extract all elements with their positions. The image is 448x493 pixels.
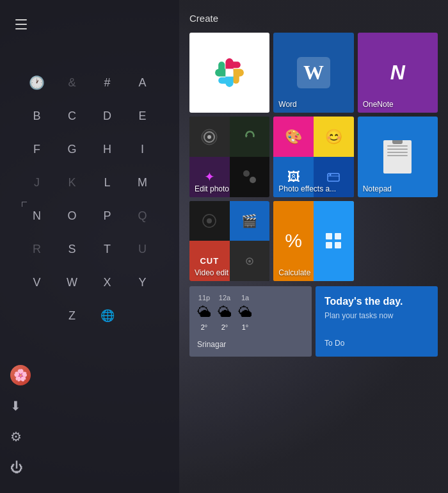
sidebar-item-C[interactable]: C [54, 99, 90, 133]
weather-temp-2: 2° [221, 323, 228, 331]
letter-X: X [103, 276, 111, 289]
sidebar-item-X[interactable]: X [90, 266, 125, 299]
sidebar-item-M[interactable]: M [125, 166, 160, 199]
sidebar-item-T[interactable]: T [90, 232, 125, 266]
ep-quadrant-4 [230, 157, 270, 197]
svg-point-18 [250, 177, 256, 183]
percent-symbol: % [285, 230, 302, 252]
calc-grid-icon [314, 201, 354, 281]
letter-G: G [67, 143, 76, 156]
notepad-line-3 [387, 152, 408, 153]
notepad-binding [392, 140, 403, 144]
power-button[interactable]: ⏻ [0, 452, 179, 483]
sidebar-item-Y[interactable]: Y [125, 266, 160, 299]
start-menu: 🕐 & # A B C D E [0, 0, 448, 493]
hash-label: # [104, 76, 110, 90]
weather-col-3: 1a 🌥 1° [238, 294, 252, 331]
sidebar-item-G[interactable]: G [54, 133, 90, 166]
weather-col-1: 11p 🌥 2° [197, 294, 211, 331]
sidebar-item-W[interactable]: W [54, 266, 90, 299]
pe-icon-2: 😊 [325, 129, 342, 145]
power-icon: ⏻ [10, 460, 23, 475]
bottom-tile-row: 11p 🌥 2° 12a 🌥 2° 1a 🌥 1° Sri [189, 286, 438, 357]
sidebar-item-I[interactable]: I [125, 133, 160, 166]
tile-todo[interactable]: Today's the day. Plan your tasks now To … [316, 286, 438, 357]
tile-weather[interactable]: 11p 🌥 2° 12a 🌥 2° 1a 🌥 1° Sri [189, 286, 312, 357]
bracket-tl [22, 202, 27, 207]
sidebar-item-V[interactable]: V [19, 266, 54, 299]
sidebar-item-N[interactable]: N [19, 199, 54, 232]
tile-editphoto[interactable]: ✦ Edit photo [189, 117, 269, 197]
downloads-button[interactable]: ⬇ [0, 391, 179, 421]
sidebar-item-A[interactable]: A [125, 66, 160, 99]
sidebar-item-L[interactable]: L [90, 166, 125, 199]
tile-onenote[interactable]: N OneNote [358, 33, 438, 113]
sidebar-item-Q[interactable]: Q [125, 199, 160, 232]
weather-col-2: 12a 🌥 2° [218, 294, 232, 331]
letter-C: C [68, 109, 76, 123]
letter-D: D [103, 109, 111, 123]
tile-videoedit[interactable]: 🎬 CUT Video edit [189, 201, 269, 281]
sidebar-top [0, 5, 179, 44]
ve-icon-3: CUT [200, 256, 219, 266]
sidebar-item-hash[interactable]: # [90, 66, 125, 99]
sidebar-item-H[interactable]: H [90, 133, 125, 166]
settings-button[interactable]: ⚙ [0, 421, 179, 452]
notepad-visual [383, 140, 412, 174]
tile-notepad[interactable]: Notepad [358, 117, 438, 197]
sidebar-bottom: 🌸 ⬇ ⚙ ⏻ [0, 355, 179, 488]
tile-photoeffects[interactable]: 🎨 😊 🖼 [273, 117, 353, 197]
letter-L: L [104, 176, 110, 190]
ve-icon-1 [202, 213, 217, 229]
sidebar-item-recent[interactable]: 🕐 [19, 66, 54, 99]
weather-icon-3: 🌥 [238, 304, 252, 321]
ep-quadrant-2 [230, 117, 270, 157]
ve-quadrant-2: 🎬 [230, 201, 270, 241]
sidebar-item-J[interactable]: J [19, 166, 54, 199]
pe-icon-3: 🖼 [287, 170, 300, 184]
tile-calculate[interactable]: % Calculate [273, 201, 353, 281]
sidebar-item-S[interactable]: S [54, 232, 90, 266]
sidebar-item-O[interactable]: O [54, 199, 90, 232]
todo-label: To Do [324, 339, 429, 348]
word-icon-bg: W [297, 57, 330, 88]
sidebar: 🕐 & # A B C D E [0, 0, 179, 493]
tile-slack[interactable] [189, 33, 269, 113]
ve-quadrant-4 [230, 241, 270, 281]
ep-icon-1 [200, 128, 218, 146]
sidebar-item-K[interactable]: K [54, 166, 90, 199]
sidebar-item-U[interactable]: U [125, 232, 160, 266]
weather-time-3: 1a [241, 294, 249, 302]
sidebar-item-D[interactable]: D [90, 99, 125, 133]
svg-point-17 [243, 170, 250, 177]
avatar-icon: 🌸 [13, 368, 28, 382]
notepad-line-4 [387, 155, 408, 156]
sidebar-item-globe[interactable]: 🌐 [90, 299, 125, 332]
letter-P: P [103, 209, 111, 223]
hamburger-line-1 [15, 19, 27, 20]
weather-times: 11p 🌥 2° 12a 🌥 2° 1a 🌥 1° [197, 294, 304, 331]
tile-row-2: ✦ Edit photo 🎨 [189, 117, 438, 197]
letter-Q: Q [138, 209, 147, 223]
hamburger-button[interactable] [10, 12, 36, 37]
sidebar-item-ampersand[interactable]: & [54, 66, 90, 99]
tile-word[interactable]: W Word [273, 33, 353, 113]
sidebar-item-F[interactable]: F [19, 133, 54, 166]
sidebar-item-R[interactable]: R [19, 232, 54, 266]
weather-time-2: 12a [219, 294, 230, 302]
ep-icon-3: ✦ [204, 169, 215, 184]
sidebar-item-P[interactable]: P [90, 199, 125, 232]
user-profile-button[interactable]: 🌸 [0, 360, 179, 391]
word-tile-label: Word [278, 100, 296, 109]
editphoto-tile-label: Edit photo [195, 184, 229, 193]
sidebar-item-Z[interactable]: Z [54, 299, 90, 332]
calc-grid-svg [324, 232, 342, 250]
letter-N: N [33, 209, 41, 223]
svg-point-15 [207, 135, 211, 139]
weather-city: Srinagar [197, 340, 304, 349]
letter-E: E [138, 109, 146, 123]
letter-W: W [67, 276, 77, 289]
todo-text-group: Today's the day. Plan your tasks now [324, 295, 429, 320]
sidebar-item-B[interactable]: B [19, 99, 54, 133]
sidebar-item-E[interactable]: E [125, 99, 160, 133]
